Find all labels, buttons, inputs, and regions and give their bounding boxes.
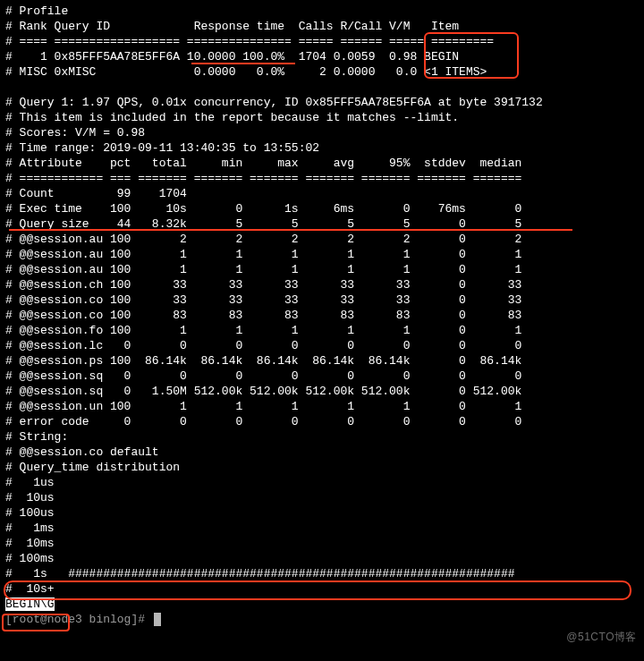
histogram-row: # 10us (5, 490, 644, 505)
table-row: # error code 0 0 0 0 0 0 0 0 (5, 414, 644, 429)
table-row: # @@session.lc 0 0 0 0 0 0 0 0 (5, 338, 644, 353)
histogram-row: # 1s ###################################… (5, 566, 644, 581)
table-row: # @@session.ps 100 86.14k 86.14k 86.14k … (5, 353, 644, 369)
query-scores: # Scores: V/M = 0.98 (5, 125, 644, 140)
cursor-icon (154, 613, 161, 626)
table-row: # @@session.co 100 33 33 33 33 33 0 33 (5, 292, 644, 308)
attr-rows: # Count 99 1704# Exec time 100 10s 0 1s … (5, 186, 644, 429)
table-row: # @@session.fo 100 1 1 1 1 1 0 1 (5, 323, 644, 338)
blank (5, 80, 644, 95)
shell-prompt[interactable]: [root@node3 binlog]# (5, 612, 644, 627)
histogram-row: # 100us (5, 505, 644, 521)
session-co-default: # @@session.co default (5, 445, 644, 460)
table-row: # @@session.ch 100 33 33 33 33 33 0 33 (5, 277, 644, 292)
query-title: # Query 1: 1.97 QPS, 0.01x concurrency, … (5, 95, 644, 110)
table-row: # @@session.un 100 1 1 1 1 1 0 1 (5, 399, 644, 414)
histogram-row: # 1us (5, 475, 644, 490)
table-row: # Exec time 100 10s 0 1s 6ms 0 76ms 0 (5, 201, 644, 216)
histogram-row: # 10ms (5, 536, 644, 551)
table-row: # Query size 44 8.32k 5 5 5 5 0 5 (5, 216, 644, 232)
begin-g: BEGIN\G (5, 597, 644, 612)
table-row: # @@session.sq 0 0 0 0 0 0 0 0 (5, 369, 644, 384)
table-row: # @@session.sq 0 1.50M 512.00k 512.00k 5… (5, 384, 644, 399)
qtime-dist-title: # Query_time distribution (5, 460, 644, 475)
table-row: # @@session.co 100 83 83 83 83 83 0 83 (5, 308, 644, 323)
query-timerange: # Time range: 2019-09-11 13:40:35 to 13:… (5, 140, 644, 156)
table-row: # @@session.au 100 1 1 1 1 1 0 1 (5, 262, 644, 277)
watermark: @51CTO博客 (566, 630, 637, 645)
profile-sep: # ==== ================== ==============… (5, 34, 644, 49)
histogram-row: # 10s+ (5, 581, 644, 597)
attr-header: # Attribute pct total min max avg 95% st… (5, 156, 644, 171)
histogram-row: # 100ms (5, 551, 644, 566)
table-row: # @@session.au 100 2 2 2 2 2 0 2 (5, 232, 644, 247)
query-note: # This item is included in the report be… (5, 110, 644, 125)
string-label: # String: (5, 429, 644, 445)
profile-title: # Profile (5, 4, 644, 19)
profile-header: # Rank Query ID Response time Calls R/Ca… (5, 19, 644, 34)
qtime-bins: # 1us# 10us# 100us# 1ms# 10ms# 100ms# 1s… (5, 475, 644, 597)
histogram-row: # 1ms (5, 521, 644, 536)
table-row: # Count 99 1704 (5, 186, 644, 201)
profile-row-1: # 1 0x85FFF5AA78E5FF6A 10.0000 100.0% 17… (5, 49, 644, 64)
profile-row-misc: # MISC 0xMISC 0.0000 0.0% 2 0.0000 0.0 <… (5, 64, 644, 80)
attr-sep: # ============ === ======= ======= =====… (5, 171, 644, 186)
table-row: # @@session.au 100 1 1 1 1 1 0 1 (5, 247, 644, 262)
